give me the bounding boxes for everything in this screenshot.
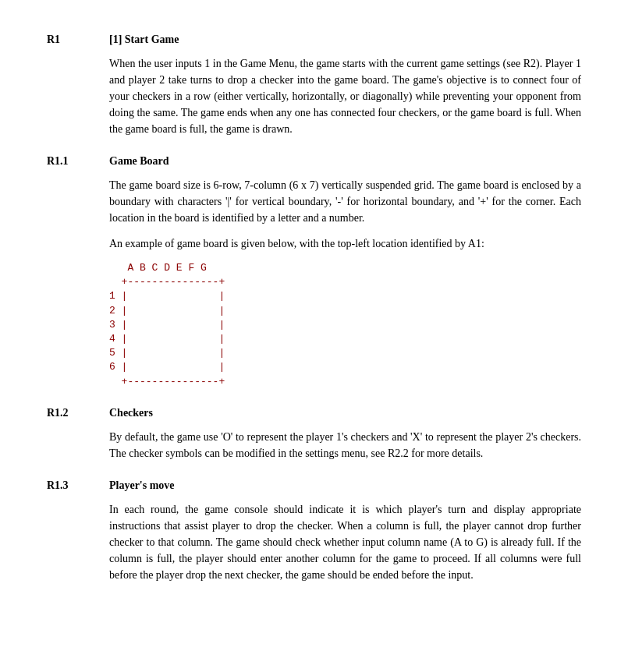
section-r1-paragraph: When the user inputs 1 in the Game Menu,… <box>109 55 581 137</box>
section-r1-id: R1 <box>47 31 109 48</box>
section-r1-1-body: The game board size is 6-row, 7-column (… <box>109 177 581 389</box>
section-r1-1-paragraph2: An example of game board is given below,… <box>109 235 581 252</box>
section-r1-2-paragraph: By default, the game use 'O' to represen… <box>109 429 581 462</box>
section-r1-2: R1.2 Checkers By default, the game use '… <box>47 405 581 462</box>
section-r1-header: R1 [1] Start Game <box>47 31 581 48</box>
section-r1-body: When the user inputs 1 in the Game Menu,… <box>109 55 581 137</box>
section-r1-3-paragraph: In each round, the game console should i… <box>109 501 581 583</box>
section-r1-3: R1.3 Player's move In each round, the ga… <box>47 477 581 583</box>
section-r1-title: [1] Start Game <box>109 31 179 48</box>
section-r1-2-header: R1.2 Checkers <box>47 405 581 421</box>
section-r1-3-body: In each round, the game console should i… <box>109 501 581 583</box>
section-r1-1-header: R1.1 Game Board <box>47 153 581 169</box>
section-r1-3-title: Player's move <box>109 477 175 493</box>
section-r1-bracket: [1] <box>109 34 122 45</box>
section-r1-3-header: R1.3 Player's move <box>47 477 581 493</box>
section-r1-1-title: Game Board <box>109 153 169 169</box>
game-board-example: A B C D E F G +---------------+ 1 | | 2 … <box>109 261 581 389</box>
section-r1-2-title: Checkers <box>109 405 153 421</box>
section-r1-1-paragraph1: The game board size is 6-row, 7-column (… <box>109 177 581 226</box>
section-r1: R1 [1] Start Game When the user inputs 1… <box>47 31 581 137</box>
section-r1-3-id: R1.3 <box>47 477 109 493</box>
section-r1-1-id: R1.1 <box>47 153 109 169</box>
section-r1-title-text: Start Game <box>125 34 179 45</box>
section-r1-2-body: By default, the game use 'O' to represen… <box>109 429 581 462</box>
section-r1-2-id: R1.2 <box>47 405 109 421</box>
section-r1-1: R1.1 Game Board The game board size is 6… <box>47 153 581 389</box>
board-col-labels: A B C D E F G +---------------+ 1 | | 2 … <box>109 261 581 389</box>
